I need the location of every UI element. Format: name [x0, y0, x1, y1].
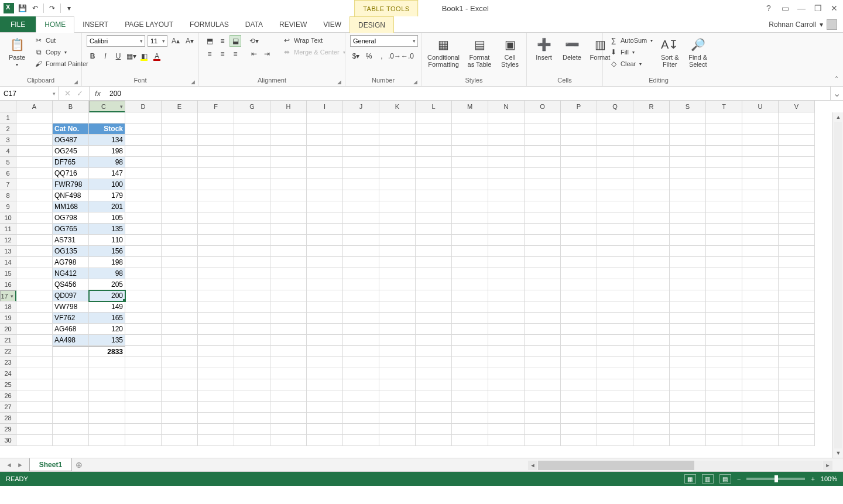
- vertical-scrollbar[interactable]: ▲ ▼: [832, 112, 843, 458]
- column-header[interactable]: J: [343, 101, 379, 112]
- cell[interactable]: [16, 268, 53, 279]
- cell[interactable]: [416, 435, 452, 446]
- cell[interactable]: [343, 257, 379, 268]
- cell[interactable]: [125, 379, 162, 390]
- cell[interactable]: [488, 290, 525, 301]
- cell[interactable]: [452, 435, 488, 446]
- scroll-right-icon[interactable]: ►: [823, 461, 832, 470]
- cell[interactable]: [125, 235, 162, 246]
- save-icon[interactable]: 💾: [18, 4, 27, 13]
- cell[interactable]: [307, 235, 343, 246]
- cell[interactable]: [198, 313, 234, 324]
- cell[interactable]: [779, 379, 815, 390]
- cell[interactable]: [452, 335, 488, 346]
- cell[interactable]: [125, 124, 162, 135]
- cell[interactable]: [16, 357, 53, 368]
- cell[interactable]: [488, 335, 525, 346]
- scroll-down-icon[interactable]: ▼: [833, 448, 843, 458]
- cell[interactable]: [416, 257, 452, 268]
- cell[interactable]: [670, 357, 706, 368]
- cell[interactable]: [270, 224, 307, 235]
- cell[interactable]: [670, 157, 706, 168]
- cell[interactable]: [270, 246, 307, 257]
- cell[interactable]: [379, 168, 416, 179]
- qat-customize-icon[interactable]: ▾: [64, 4, 74, 13]
- cell[interactable]: [234, 368, 270, 379]
- cell[interactable]: [416, 157, 452, 168]
- cell[interactable]: [234, 212, 270, 224]
- cell[interactable]: [452, 424, 488, 435]
- cell[interactable]: [234, 402, 270, 413]
- cell[interactable]: [706, 179, 742, 190]
- cell[interactable]: [343, 290, 379, 301]
- cell[interactable]: [488, 246, 525, 257]
- cell[interactable]: [561, 335, 597, 346]
- cell[interactable]: [525, 357, 561, 368]
- cell[interactable]: [488, 268, 525, 279]
- cell[interactable]: [706, 413, 742, 424]
- cell[interactable]: [633, 257, 670, 268]
- cell[interactable]: [307, 379, 343, 390]
- cell[interactable]: [343, 235, 379, 246]
- row-header[interactable]: 18: [0, 301, 16, 313]
- cell[interactable]: [343, 357, 379, 368]
- zoom-in-button[interactable]: +: [811, 475, 814, 482]
- fill-color-button[interactable]: ◧: [138, 50, 150, 62]
- cell[interactable]: [670, 368, 706, 379]
- number-format-select[interactable]: General: [350, 35, 418, 47]
- delete-cells-button[interactable]: ➖Delete: [560, 35, 584, 62]
- bold-button[interactable]: B: [87, 50, 98, 62]
- sort-filter-button[interactable]: A↧Sort & Filter: [657, 35, 682, 69]
- cell[interactable]: [779, 335, 815, 346]
- cell[interactable]: [597, 268, 633, 279]
- cell[interactable]: [379, 268, 416, 279]
- cell[interactable]: [633, 246, 670, 257]
- enter-formula-icon[interactable]: ✓: [77, 89, 83, 98]
- cell[interactable]: [525, 346, 561, 357]
- cell[interactable]: [742, 246, 779, 257]
- cell[interactable]: [234, 357, 270, 368]
- cell[interactable]: [633, 346, 670, 357]
- cell[interactable]: [670, 413, 706, 424]
- format-painter-button[interactable]: 🖌Format Painter: [33, 59, 90, 69]
- cell[interactable]: [16, 279, 53, 290]
- cell[interactable]: [379, 390, 416, 402]
- row-header[interactable]: 17: [0, 290, 16, 301]
- zoom-level[interactable]: 100%: [821, 475, 837, 482]
- cell[interactable]: [452, 324, 488, 335]
- column-header[interactable]: D: [125, 101, 162, 112]
- cell[interactable]: [307, 313, 343, 324]
- cell[interactable]: [670, 146, 706, 157]
- collapse-ribbon-icon[interactable]: ˄: [835, 76, 838, 84]
- cell[interactable]: [670, 279, 706, 290]
- cell[interactable]: FWR798: [53, 179, 89, 190]
- cell[interactable]: [488, 257, 525, 268]
- cell[interactable]: [452, 413, 488, 424]
- cell[interactable]: [779, 201, 815, 212]
- cell[interactable]: [270, 146, 307, 157]
- cell[interactable]: [53, 357, 89, 368]
- cell[interactable]: 135: [89, 335, 125, 346]
- cell[interactable]: [379, 413, 416, 424]
- cell[interactable]: [561, 235, 597, 246]
- cell[interactable]: [416, 201, 452, 212]
- cell[interactable]: [379, 335, 416, 346]
- cell[interactable]: [561, 224, 597, 235]
- minimize-icon[interactable]: —: [796, 3, 807, 13]
- row-header[interactable]: 25: [0, 379, 16, 390]
- cell[interactable]: [597, 179, 633, 190]
- cell[interactable]: [416, 268, 452, 279]
- cell[interactable]: [379, 201, 416, 212]
- cell[interactable]: [16, 335, 53, 346]
- cell[interactable]: [488, 168, 525, 179]
- cell[interactable]: [198, 346, 234, 357]
- cell[interactable]: [234, 435, 270, 446]
- column-header[interactable]: V: [779, 101, 815, 112]
- cell[interactable]: AA498: [53, 335, 89, 346]
- cell[interactable]: [561, 435, 597, 446]
- cell[interactable]: [379, 279, 416, 290]
- cell[interactable]: [633, 390, 670, 402]
- cell[interactable]: [488, 235, 525, 246]
- border-button[interactable]: ▦▾: [125, 50, 137, 62]
- cell[interactable]: 205: [89, 279, 125, 290]
